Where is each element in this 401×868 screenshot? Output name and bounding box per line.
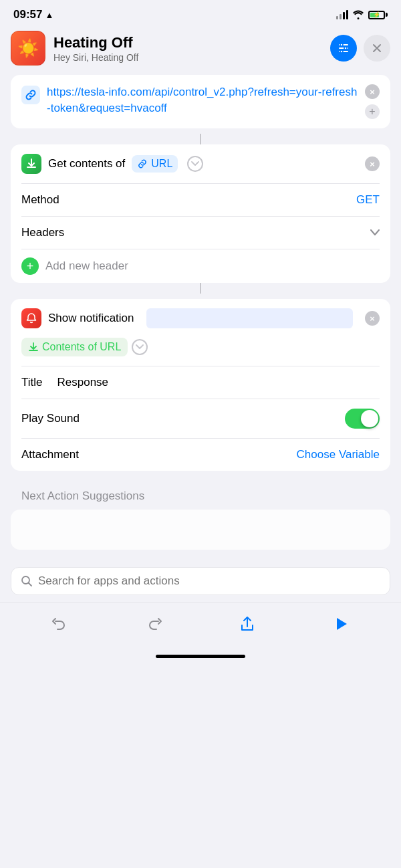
link-icon xyxy=(21,86,40,104)
link-icon-small xyxy=(137,158,148,169)
toggle-knob xyxy=(361,410,378,427)
chevron-down-icon xyxy=(191,161,199,167)
signal-bar-4 xyxy=(346,10,348,19)
status-time: 09:57 ▲ xyxy=(13,8,53,21)
contents-of-url-pill[interactable]: Contents of URL xyxy=(21,338,380,356)
contents-chevron[interactable] xyxy=(132,339,148,355)
notification-title: Show notification xyxy=(48,312,134,325)
notification-icon xyxy=(21,308,41,328)
method-label: Method xyxy=(21,193,59,207)
vertical-line-2 xyxy=(200,283,201,294)
signal-bar-3 xyxy=(343,12,345,19)
chevron-down-icon-3 xyxy=(136,344,144,350)
notification-header: Show notification × xyxy=(11,299,390,338)
url-card: https://tesla-info.com/api/control_v2.ph… xyxy=(11,75,390,128)
choose-variable-button[interactable]: Choose Variable xyxy=(297,448,380,461)
get-contents-card: Get contents of URL × Method GET xyxy=(11,144,390,283)
vertical-line xyxy=(200,134,201,144)
download-icon-small xyxy=(28,342,39,352)
url-actions: × + xyxy=(365,84,380,119)
get-contents-title: Get contents of xyxy=(48,157,125,171)
magnifying-glass-icon xyxy=(21,575,33,587)
app-icon: ☀️ xyxy=(11,31,45,66)
redo-button[interactable] xyxy=(139,609,168,639)
play-sound-label: Play Sound xyxy=(21,412,80,425)
main-content: https://tesla-info.com/api/control_v2.ph… xyxy=(0,75,401,550)
close-button[interactable] xyxy=(364,35,390,62)
status-icons: ⚡ xyxy=(336,10,388,19)
svg-point-3 xyxy=(340,43,343,46)
download-icon xyxy=(25,158,37,170)
app-header: ☀️ Heating Off Hey Siri, Heating Off xyxy=(0,24,401,75)
bell-icon xyxy=(25,312,37,324)
signal-bar-2 xyxy=(340,14,342,19)
url-close-button[interactable]: × xyxy=(365,84,380,99)
add-header-label: Add new header xyxy=(45,259,128,273)
settings-button[interactable] xyxy=(330,35,357,62)
title-row: Title Response xyxy=(11,366,390,399)
attachment-label: Attachment xyxy=(21,448,79,461)
share-button[interactable] xyxy=(233,609,262,639)
sliders-icon xyxy=(337,41,350,55)
search-icon xyxy=(21,575,33,587)
url-card-inner: https://tesla-info.com/api/control_v2.ph… xyxy=(11,75,390,128)
search-bar xyxy=(11,567,390,595)
header-text: Heating Off Hey Siri, Heating Off xyxy=(53,34,330,63)
chain-link-icon xyxy=(25,89,37,101)
title-field-value[interactable]: Response xyxy=(57,376,109,389)
notification-close-button[interactable]: × xyxy=(365,311,380,326)
get-contents-icon xyxy=(21,154,41,174)
siri-subtitle: Hey Siri, Heating Off xyxy=(53,52,330,63)
next-actions-card xyxy=(11,510,390,550)
method-row[interactable]: Method GET xyxy=(11,184,390,216)
signal-bar-1 xyxy=(336,16,338,19)
attachment-row: Attachment Choose Variable xyxy=(11,439,390,471)
share-icon xyxy=(238,615,257,633)
url-pill-chevron[interactable] xyxy=(187,156,203,172)
play-icon xyxy=(331,615,350,633)
time-display: 09:57 xyxy=(13,8,42,21)
play-button[interactable] xyxy=(326,609,356,639)
notification-spacer xyxy=(146,308,353,328)
home-bar xyxy=(156,655,245,658)
status-bar: 09:57 ▲ ⚡ xyxy=(0,0,401,24)
add-header-button[interactable]: + xyxy=(21,257,39,275)
svg-point-4 xyxy=(344,47,347,49)
undo-button[interactable] xyxy=(45,609,75,639)
app-title: Heating Off xyxy=(53,34,330,51)
connector-line-1 xyxy=(11,134,390,144)
svg-point-5 xyxy=(340,50,343,53)
pill-url-label: URL xyxy=(151,158,172,170)
method-value: GET xyxy=(356,193,380,207)
connector-line-2 xyxy=(11,283,390,294)
undo-icon xyxy=(51,615,70,633)
title-field-label: Title xyxy=(21,376,43,389)
signal-bars xyxy=(336,10,348,19)
pill-link-icon xyxy=(137,158,148,169)
notification-card: Show notification × Contents of URL xyxy=(11,299,390,471)
contents-badge[interactable]: Contents of URL xyxy=(21,338,128,356)
bottom-toolbar xyxy=(0,602,401,649)
header-buttons xyxy=(330,35,390,62)
search-input[interactable] xyxy=(38,574,380,588)
get-contents-close-button[interactable]: × xyxy=(365,156,380,171)
get-contents-header: Get contents of URL × xyxy=(11,144,390,183)
play-sound-toggle[interactable] xyxy=(345,409,380,429)
url-pill[interactable]: URL xyxy=(132,155,178,173)
battery-icon: ⚡ xyxy=(368,11,388,19)
contents-pill-text: Contents of URL xyxy=(42,341,121,353)
headers-row[interactable]: Headers xyxy=(11,217,390,249)
next-actions-title: Next Action Suggestions xyxy=(11,476,390,510)
sun-icon: ☀️ xyxy=(17,38,39,59)
chevron-down-icon-2 xyxy=(370,229,380,236)
play-sound-row: Play Sound xyxy=(11,399,390,438)
close-icon xyxy=(372,43,382,53)
url-plus-button[interactable]: + xyxy=(365,104,380,119)
search-container xyxy=(0,560,401,602)
add-header-row[interactable]: + Add new header xyxy=(11,249,390,283)
contents-pill-download-icon xyxy=(28,342,39,352)
svg-line-9 xyxy=(29,583,32,586)
redo-icon xyxy=(144,615,163,633)
url-text[interactable]: https://tesla-info.com/api/control_v2.ph… xyxy=(47,84,358,116)
location-icon: ▲ xyxy=(45,10,53,20)
